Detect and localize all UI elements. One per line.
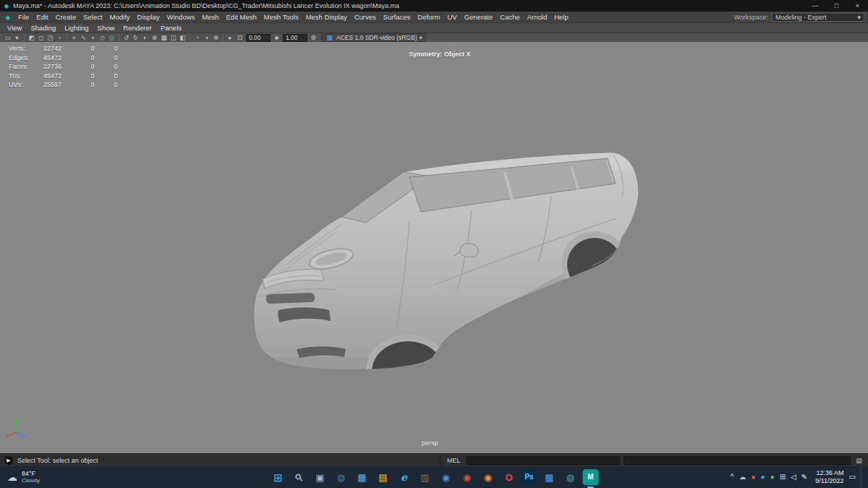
panel-menu-lighting[interactable]: Lighting	[60, 24, 93, 32]
menu-edit[interactable]: Edit	[33, 13, 51, 21]
make-live-icon[interactable]: ◎	[107, 33, 116, 42]
minimize-button[interactable]: —	[805, 0, 826, 12]
menu-create[interactable]: Create	[52, 13, 80, 21]
settings-gear-icon[interactable]: ⚙	[309, 33, 318, 42]
select-hierarchy-icon[interactable]: ◩	[27, 33, 36, 42]
clock[interactable]: 12:36 AM 9/11/2022	[812, 469, 843, 485]
menu-generate[interactable]: Generate	[461, 13, 497, 21]
menu-edit-mesh[interactable]: Edit Mesh	[223, 13, 260, 21]
show-desktop-button[interactable]	[861, 466, 864, 488]
notepad-icon: ▥	[420, 473, 429, 482]
menu-modify[interactable]: Modify	[106, 13, 134, 21]
notepad-app[interactable]: ▥	[417, 468, 434, 486]
command-result-field[interactable]	[624, 456, 851, 465]
shade-toggle-icon[interactable]: ◧	[178, 33, 187, 42]
store-app[interactable]: ▦	[354, 468, 371, 486]
menu-file[interactable]: File	[14, 13, 33, 21]
status-line: ▭ ▾ ◩ ◻ ◳ ▫ ⌗ ∿ ⌖ ◇ ◎ ↺ ↻ ◐ ⊕ ▦ ◫ ◧ ◔ ◑ …	[0, 33, 868, 42]
tray-app-green-icon[interactable]: ●	[770, 474, 775, 481]
viewport-canvas[interactable]	[0, 42, 868, 453]
menu-mesh[interactable]: Mesh	[198, 13, 222, 21]
weather-widget[interactable]: ☁ 84°F Cloudy	[0, 471, 47, 484]
panel-menu-shading[interactable]: Shading	[26, 24, 60, 32]
render-frame-icon[interactable]: ◔	[192, 33, 202, 42]
panel-menu-show[interactable]: Show	[93, 24, 119, 32]
volume-icon[interactable]: ◁	[791, 474, 796, 481]
touch-keyboard-icon[interactable]: ⊞	[780, 474, 786, 481]
selection-mask-mode-icon[interactable]: ▭	[3, 33, 12, 42]
translate-value-input[interactable]	[246, 34, 271, 42]
menu-display[interactable]: Display	[134, 13, 163, 21]
search-icon: ⚲	[294, 471, 305, 483]
divider	[24, 34, 25, 41]
firefox-browser[interactable]: ◉	[480, 468, 497, 486]
hud-total: 45472	[43, 72, 84, 80]
menu-deform[interactable]: Deform	[414, 13, 443, 21]
hud-label: UVs:	[9, 81, 43, 88]
script-editor-icon[interactable]: ▤	[854, 457, 864, 464]
onedrive-tray-icon[interactable]: ☁	[739, 474, 746, 481]
scale-value-input[interactable]	[283, 34, 307, 42]
tray-app-blue-icon[interactable]: ●	[761, 474, 765, 481]
menu-mesh-display[interactable]: Mesh Display	[302, 13, 351, 21]
history-undo-icon[interactable]: ↺	[122, 33, 131, 42]
menu-arnold[interactable]: Arnold	[524, 13, 550, 21]
start-button[interactable]: ⊞	[270, 468, 287, 486]
falloff-icon[interactable]: ◈	[272, 33, 281, 42]
menu-cache[interactable]: Cache	[496, 13, 523, 21]
menu-help[interactable]: Help	[550, 13, 572, 21]
panel-menu-view[interactable]: View	[3, 24, 26, 32]
ipr-render-icon[interactable]: ◑	[202, 33, 211, 42]
maya-app[interactable]: M	[583, 469, 599, 485]
symmetry-toggle-icon[interactable]: ◐	[140, 33, 150, 42]
soft-select-icon[interactable]: ⊡	[235, 33, 244, 42]
highlight-toggle-icon[interactable]: ⊕	[150, 33, 159, 42]
colorspace-dropdown[interactable]: ▦ ACES 1.0 SDR-video (sRGB) ▾	[321, 33, 426, 42]
pen-icon[interactable]: ✎	[801, 474, 807, 481]
photoshop-app[interactable]: Ps	[522, 469, 537, 485]
opera-browser[interactable]: O	[501, 468, 518, 486]
select-object-icon[interactable]: ◻	[36, 33, 46, 42]
snap-grid-icon[interactable]: ⌗	[69, 33, 79, 42]
notification-icon[interactable]: ▭	[849, 474, 856, 481]
restore-button[interactable]: □	[826, 0, 847, 12]
snap-plane-icon[interactable]: ◇	[98, 33, 107, 42]
hud-row-tris: Tris: 45472 0 0	[9, 72, 130, 81]
edge-browser[interactable]: e	[396, 468, 413, 486]
chat-app[interactable]: ◍	[333, 468, 350, 486]
car-mesh[interactable]	[250, 153, 639, 406]
tray-app-red-icon[interactable]: ●	[752, 474, 756, 481]
chevron-down-icon[interactable]: ▾	[12, 33, 22, 42]
tray-chevron-icon[interactable]: ^	[731, 474, 734, 481]
panel-menu-renderer[interactable]: Renderer	[119, 24, 156, 32]
chrome-browser[interactable]: ◉	[459, 468, 476, 486]
select-mask-icon[interactable]: ▫	[55, 33, 64, 42]
edge-dev-browser[interactable]: ◉	[438, 468, 455, 486]
select-tool-icon: ▶	[4, 456, 13, 465]
viewport[interactable]: Verts: 22742 0 0 Edges: 45472 0 0 Faces:…	[0, 42, 868, 453]
texture-toggle-icon[interactable]: ▦	[159, 33, 169, 42]
file-explorer[interactable]: ▤	[375, 468, 392, 486]
expand-arrow-icon[interactable]: ▸	[226, 33, 235, 42]
history-redo-icon[interactable]: ↻	[131, 33, 140, 42]
close-button[interactable]: ×	[847, 0, 868, 12]
wireframe-toggle-icon[interactable]: ◫	[169, 33, 178, 42]
menu-uv[interactable]: UV	[443, 13, 460, 21]
menu-surfaces[interactable]: Surfaces	[380, 13, 414, 21]
task-view-button[interactable]: ▣	[312, 468, 329, 486]
search-button[interactable]: ⚲	[291, 468, 308, 486]
settings-app[interactable]: ▦	[541, 468, 558, 486]
mel-command-input[interactable]	[467, 456, 620, 465]
workspace-dropdown[interactable]: Modeling - Expert ▾	[772, 13, 864, 22]
mel-language-button[interactable]: MEL	[445, 457, 463, 464]
media-app[interactable]: ◍	[562, 468, 579, 486]
snap-curve-icon[interactable]: ∿	[79, 33, 88, 42]
select-component-icon[interactable]: ◳	[46, 33, 55, 42]
panel-menu-panels[interactable]: Panels	[156, 24, 186, 32]
menu-mesh-tools[interactable]: Mesh Tools	[260, 13, 302, 21]
render-settings-icon[interactable]: ⊗	[211, 33, 221, 42]
menu-curves[interactable]: Curves	[351, 13, 380, 21]
menu-windows[interactable]: Windows	[163, 13, 199, 21]
menu-select[interactable]: Select	[80, 13, 106, 21]
snap-point-icon[interactable]: ⌖	[88, 33, 98, 42]
